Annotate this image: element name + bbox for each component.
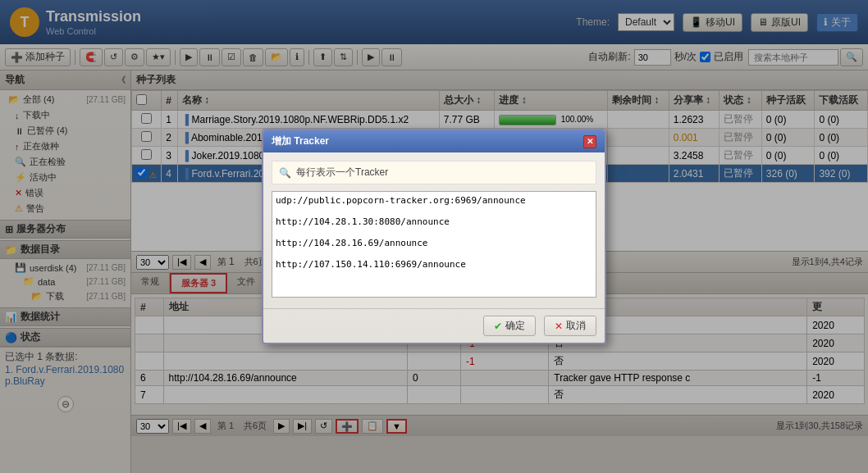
modal-overlay: 增加 Tracker ✕ 🔍 每行表示一个Tracker ✔ 确定 ✕ 取消	[0, 0, 868, 473]
add-tracker-modal: 增加 Tracker ✕ 🔍 每行表示一个Tracker ✔ 确定 ✕ 取消	[262, 129, 606, 344]
modal-titlebar: 增加 Tracker ✕	[263, 130, 605, 152]
modal-close-button[interactable]: ✕	[583, 135, 596, 148]
modal-title: 增加 Tracker	[272, 134, 329, 148]
modal-cancel-button[interactable]: ✕ 取消	[544, 316, 596, 336]
modal-ok-button[interactable]: ✔ 确定	[483, 316, 536, 336]
cancel-x-icon: ✕	[555, 321, 563, 332]
check-ok-icon: ✔	[494, 321, 502, 332]
tracker-textarea[interactable]	[272, 191, 596, 298]
modal-hint: 🔍 每行表示一个Tracker	[272, 161, 596, 184]
search-hint-icon: 🔍	[279, 167, 291, 179]
modal-footer: ✔ 确定 ✕ 取消	[263, 308, 605, 343]
modal-body: 🔍 每行表示一个Tracker	[263, 152, 605, 308]
